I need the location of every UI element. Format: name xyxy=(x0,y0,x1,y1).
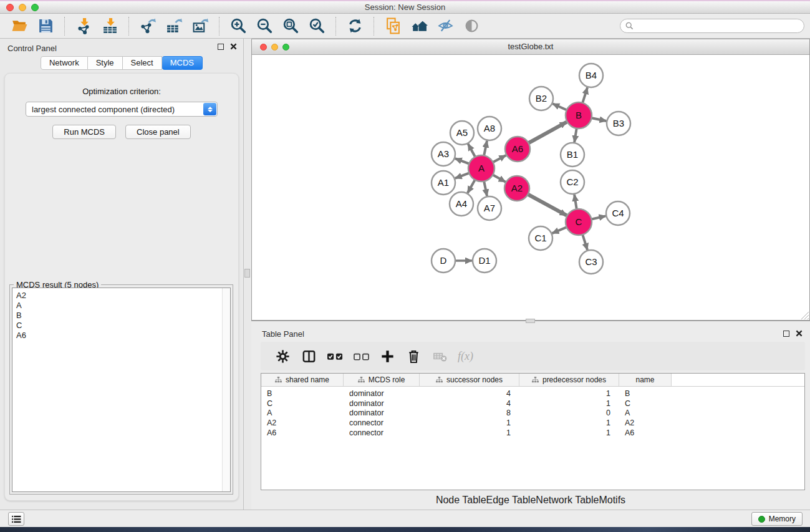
divider-handle[interactable] xyxy=(244,269,250,278)
float-panel-icon[interactable] xyxy=(218,44,224,50)
function-icon[interactable]: f(x) xyxy=(458,350,473,363)
vertical-split-divider[interactable] xyxy=(244,39,251,510)
delete-table-icon[interactable] xyxy=(427,344,453,369)
search-input[interactable] xyxy=(637,22,799,31)
optimization-criterion-label: Optimization criterion: xyxy=(5,87,238,96)
toolbar-separator xyxy=(128,17,129,36)
save-icon[interactable] xyxy=(34,16,57,37)
zoom-out-icon[interactable] xyxy=(253,16,276,37)
mcds-result-group: MCDS result (5 nodes) A2ABCA6 xyxy=(9,284,233,495)
table-row[interactable]: A2connector11A2 xyxy=(261,418,804,428)
graph-node-label: B1 xyxy=(567,149,578,160)
node-table: shared nameMCDS rolesuccessor nodesprede… xyxy=(261,373,805,490)
graph-node-label: A xyxy=(478,163,485,173)
memory-button[interactable]: Memory xyxy=(751,512,803,526)
table-row[interactable]: Adominator80A xyxy=(261,409,804,418)
new-network-from-selection-icon[interactable] xyxy=(381,16,405,37)
column-type-icon xyxy=(275,377,282,384)
graph-node-label: D1 xyxy=(478,255,490,266)
trash-icon[interactable] xyxy=(400,344,427,369)
zoom-selected-icon[interactable] xyxy=(305,16,329,37)
zoom-in-icon[interactable] xyxy=(226,16,250,37)
task-list-button[interactable] xyxy=(8,512,24,526)
float-panel-icon[interactable] xyxy=(783,331,789,337)
network-window-titlebar[interactable]: testGlobe.txt xyxy=(252,39,809,55)
search-box[interactable] xyxy=(620,19,804,33)
tab-network[interactable]: Network xyxy=(41,56,88,70)
home-icon[interactable] xyxy=(407,16,431,37)
close-window-button[interactable] xyxy=(6,4,14,11)
close-panel-icon[interactable] xyxy=(230,43,237,50)
close-network-window-button[interactable] xyxy=(260,44,267,51)
import-table-icon[interactable] xyxy=(98,16,122,37)
column-header-name[interactable]: name xyxy=(619,374,672,386)
list-item[interactable]: A6 xyxy=(16,331,230,341)
list-item[interactable]: A2 xyxy=(16,291,230,301)
table-toolbar: f(x) xyxy=(261,342,805,370)
column-header-predecessor-nodes[interactable]: predecessor nodes xyxy=(519,374,619,386)
graph-node-label: A1 xyxy=(438,177,449,188)
hide-eye-icon[interactable] xyxy=(433,16,457,37)
export-image-icon[interactable] xyxy=(188,16,212,37)
minimize-window-button[interactable] xyxy=(19,4,26,11)
graph-node-label: C2 xyxy=(566,177,578,187)
open-folder-icon[interactable] xyxy=(7,16,31,37)
table-header-row: shared nameMCDS rolesuccessor nodesprede… xyxy=(261,374,804,387)
maximize-window-button[interactable] xyxy=(31,4,39,11)
tab-network-table[interactable]: Network Table xyxy=(536,495,599,506)
toolbar-separator xyxy=(64,17,65,36)
list-item[interactable]: A xyxy=(16,301,230,311)
table-row[interactable]: Bdominator41B xyxy=(261,389,804,399)
export-network-icon[interactable] xyxy=(136,16,160,37)
plus-icon[interactable] xyxy=(374,344,400,369)
minimize-network-window-button[interactable] xyxy=(271,44,278,51)
close-panel-button[interactable]: Close panel xyxy=(125,125,191,139)
tab-edge-table[interactable]: Edge Table xyxy=(486,495,536,506)
mcds-tab-content: Optimization criterion: largest connecte… xyxy=(4,73,239,501)
list-item[interactable]: C xyxy=(16,321,230,331)
tab-motifs[interactable]: Motifs xyxy=(599,495,625,506)
column-header-successor-nodes[interactable]: successor nodes xyxy=(420,374,519,386)
import-network-icon[interactable] xyxy=(72,16,95,37)
show-eye-icon[interactable] xyxy=(460,16,483,37)
status-bar: Memory xyxy=(0,510,810,527)
run-mcds-button[interactable]: Run MCDS xyxy=(52,125,116,139)
columns-icon[interactable] xyxy=(296,344,322,369)
zoom-fit-icon[interactable] xyxy=(279,16,302,37)
list-icon xyxy=(12,515,21,523)
criterion-value: largest connected component (directed) xyxy=(32,105,175,114)
tab-select[interactable]: Select xyxy=(123,56,162,70)
column-header-shared-name[interactable]: shared name xyxy=(261,374,344,386)
table-row[interactable]: A6connector11A6 xyxy=(261,428,804,438)
gear-icon[interactable] xyxy=(269,344,296,369)
graph-node-label: A5 xyxy=(456,127,468,138)
window-title: Session: New Session xyxy=(0,1,810,13)
close-panel-icon[interactable] xyxy=(796,330,803,337)
scrollbar-track[interactable] xyxy=(222,288,230,491)
column-header-mcds-role[interactable]: MCDS role xyxy=(344,374,420,386)
unchecked-boxes-icon[interactable] xyxy=(348,344,374,369)
tab-node-table[interactable]: Node Table xyxy=(436,495,486,506)
mcds-result-list: A2ABCA6 xyxy=(12,288,231,492)
horizontal-split-divider[interactable] xyxy=(251,321,810,326)
criterion-select[interactable]: largest connected component (directed) xyxy=(26,102,218,117)
graph-node-label: C3 xyxy=(585,256,597,267)
toolbar-separator xyxy=(335,17,336,36)
maximize-network-window-button[interactable] xyxy=(282,44,289,51)
refresh-icon[interactable] xyxy=(343,16,367,37)
export-table-icon[interactable] xyxy=(162,16,186,37)
list-item[interactable]: B xyxy=(16,311,230,321)
graph-node-label: B2 xyxy=(536,93,547,104)
graph-node-label: D xyxy=(440,255,447,266)
graph-node-label: C4 xyxy=(612,208,624,218)
memory-status-icon xyxy=(758,516,765,523)
graph-node-label: B4 xyxy=(586,70,597,80)
tab-style[interactable]: Style xyxy=(88,56,123,70)
table-body: Bdominator41BCdominator41CAdominator80AA… xyxy=(261,387,804,438)
network-canvas[interactable]: B4B2BB3A5A8A6B1A3AA1C2A2A4A7C4CC1C3DD1 xyxy=(252,55,809,320)
checked-boxes-icon[interactable] xyxy=(322,344,348,369)
tab-mcds[interactable]: MCDS xyxy=(162,56,203,70)
graph-node-label: A4 xyxy=(456,198,467,209)
table-row[interactable]: Cdominator41C xyxy=(261,399,804,409)
divider-handle[interactable] xyxy=(526,319,535,323)
